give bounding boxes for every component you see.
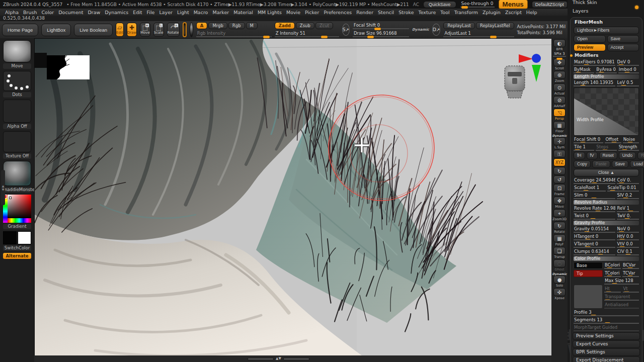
zcut-button[interactable]: Zcut [315, 22, 333, 29]
color-picker[interactable]: Gradient [3, 195, 31, 229]
bcolori-slider[interactable]: BColori [604, 262, 621, 269]
menu-file[interactable]: File [147, 10, 155, 15]
transp-button[interactable]: ❏ Transp [552, 247, 567, 259]
bpr-button[interactable]: ◐ BPR [552, 39, 567, 51]
alpha-selector[interactable]: Alpha Off [3, 100, 31, 129]
edit-button[interactable]: ▱ Edit [116, 23, 124, 37]
lightbox-fibers-button[interactable]: Lightbox►Fibers [574, 27, 639, 34]
menu-material[interactable]: Material [233, 10, 253, 15]
clumps-slider[interactable]: Clumps 0.63414 [574, 249, 615, 255]
ht-slider[interactable]: Ht [604, 286, 621, 293]
switch-color[interactable]: SwitchColor [3, 231, 31, 251]
menu-zplugin[interactable]: Zplugin [482, 10, 501, 15]
steps-slider[interactable]: Steps [596, 144, 616, 151]
brush-selector[interactable]: Move [3, 40, 31, 69]
tray-divider-handle[interactable]: ▲▼ [1, 170, 5, 205]
open-button[interactable]: Open [574, 35, 606, 43]
rev-slider[interactable]: ReV 1 [617, 206, 639, 212]
rot-y-button[interactable]: ↻ [552, 167, 567, 175]
secondary-color-swatch[interactable] [18, 231, 31, 244]
tile-slider[interactable]: Tile 1 [574, 144, 594, 151]
menus-button[interactable]: Menus [499, 0, 528, 9]
menu-light[interactable]: Light [177, 10, 189, 15]
zoom3d-button[interactable]: ⌖ Zoom3D [552, 209, 567, 221]
transparent-slider[interactable]: Transparent [604, 294, 639, 301]
paste-button[interactable]: Paste [592, 160, 610, 168]
antialiased-toggle[interactable]: Antialiased [604, 302, 639, 309]
color-profile-bar[interactable]: Color Profile [574, 256, 639, 261]
width-profile-curve[interactable]: Width Profile [574, 87, 639, 136]
base-color-swatch[interactable]: Base [574, 262, 603, 269]
menu-mmlights[interactable]: MM Lights [258, 10, 282, 15]
frame-button[interactable]: ⊡ Frame [552, 184, 567, 196]
z-intensity-slider[interactable]: Z Intensity 51 [275, 31, 339, 37]
move3d-button[interactable]: ✥ Move [552, 197, 567, 209]
alternate-button[interactable]: Alternate [3, 253, 31, 259]
home-page-button[interactable]: Home Page [2, 24, 38, 36]
fibermesh-title[interactable]: FiberMesh [571, 19, 642, 26]
preview-button[interactable]: Preview [574, 44, 606, 51]
ghost-button[interactable]: ◌ Ghost [552, 259, 567, 272]
material-selector[interactable]: maddieMonste [3, 161, 31, 193]
menu-preferences[interactable]: Preferences [324, 10, 352, 15]
strength-slider[interactable]: Strength [618, 144, 639, 151]
current-material-thumbnail[interactable] [190, 22, 193, 37]
default-zscript-button[interactable]: DefaultZScript [532, 1, 568, 8]
draw-button[interactable]: ✚ Draw [127, 23, 137, 37]
menu-color[interactable]: Color [41, 10, 54, 15]
spix-slider[interactable]: SPix 3 [552, 52, 567, 58]
redo-button[interactable]: Redo [637, 152, 644, 159]
menu-edit[interactable]: Edit [133, 10, 142, 15]
draw-size-slider[interactable]: Draw Size 96.91668 [353, 31, 409, 37]
export-curves-section[interactable]: Export Curves [573, 340, 640, 348]
segments-slider[interactable]: Segments 13 [574, 317, 639, 324]
a-button[interactable]: A [196, 22, 208, 29]
menu-zscript[interactable]: Zscript [505, 10, 522, 15]
zsub-button[interactable]: Zsub [296, 22, 314, 29]
modifiers-header[interactable]: Modifiers [571, 52, 642, 58]
dev-slider[interactable]: DeV 0 [617, 59, 639, 66]
floor-button[interactable]: ▦ Floor [552, 121, 567, 133]
menu-brush[interactable]: Brush [23, 10, 37, 15]
persp-button[interactable]: ◹ Persp [552, 109, 567, 121]
replaylastrel-button[interactable]: ReplayLastRel [476, 22, 514, 29]
gradient-picker[interactable] [3, 195, 31, 223]
byarea-slider[interactable]: ByArea 0 [596, 67, 616, 73]
fh-button[interactable]: fH [574, 152, 585, 159]
htangent-slider[interactable]: HTangent 0 [574, 234, 615, 240]
imbed-slider[interactable]: Imbed 0 [618, 67, 639, 73]
thick-skin-section[interactable]: Thick Skin [568, 0, 644, 7]
replaylast-button[interactable]: ReplayLast [443, 22, 474, 29]
polyf-button[interactable]: ▦ PolyF [552, 234, 567, 246]
morphtarget-toggle[interactable]: MorphTarget Guided [574, 325, 639, 331]
bpr-settings-section[interactable]: BPR Settings [573, 348, 640, 356]
preview-settings-section[interactable]: Preview Settings [573, 332, 640, 340]
focal-shift-slider[interactable]: Focal Shift 0 [353, 23, 409, 29]
zadd-button[interactable]: Zadd [275, 22, 295, 29]
aahalf-button[interactable]: ⊘ AAHalf [552, 96, 567, 108]
rotate-button[interactable]: R ◠ Rotate [167, 23, 180, 37]
slv-slider[interactable]: SlV 0.2 [617, 193, 639, 199]
adjustlast-slider[interactable]: AdjustLast 1 [443, 31, 514, 37]
twv-slider[interactable]: TwV 0. [617, 213, 639, 220]
lev-slider[interactable]: LeV 0.5 [617, 80, 639, 86]
texture-thumbnail[interactable] [3, 131, 31, 152]
xpose-button[interactable]: ✣ Xpose [552, 288, 567, 300]
menu-stencil[interactable]: Stencil [378, 10, 394, 15]
coverage-slider[interactable]: Coverage 24.54946 [574, 177, 615, 184]
current-brush-thumbnail[interactable] [183, 22, 187, 37]
main-color-swatch[interactable] [3, 231, 17, 244]
menu-alpha[interactable]: Alpha [5, 10, 19, 15]
texture-selector[interactable]: Texture Off [3, 131, 31, 159]
scale-button[interactable]: S ⬚ Scale [153, 23, 164, 37]
menu-transform[interactable]: Transform [454, 10, 478, 15]
offset-slider[interactable]: Offset [605, 137, 621, 143]
menu-dynamics[interactable]: Dynamics [105, 10, 128, 15]
menu-texture[interactable]: Texture [418, 10, 436, 15]
see-through-slider[interactable]: See-through 0 [460, 1, 495, 8]
vtangent-slider[interactable]: VTangent 0 [574, 241, 615, 248]
material-thumbnail[interactable] [3, 161, 31, 186]
mrgb-button[interactable]: Mrgb [208, 22, 227, 29]
length-profile-bar[interactable]: Length Profile [574, 74, 639, 79]
scroll-button[interactable]: ✥ Scroll [552, 58, 567, 70]
